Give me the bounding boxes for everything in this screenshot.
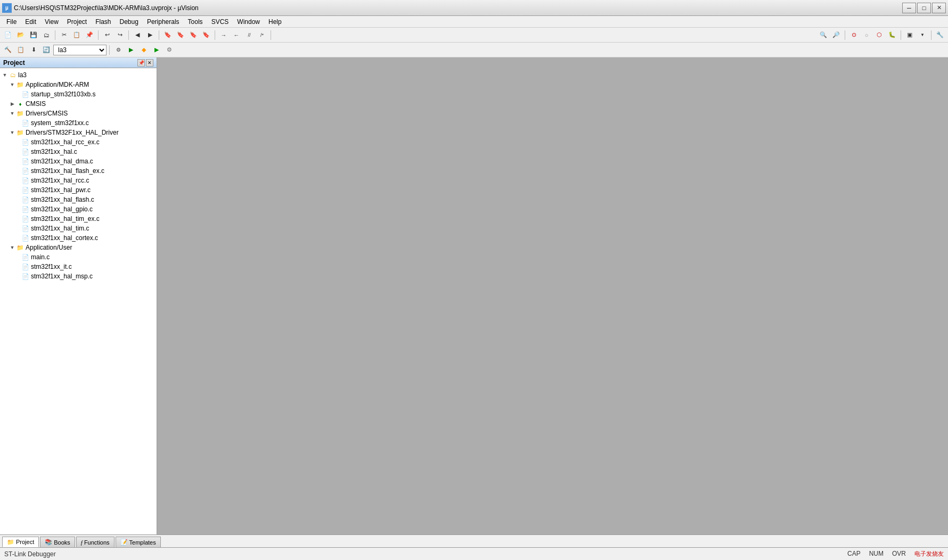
- tree-item-hal-tim-ex[interactable]: 📄 stm32f1xx_hal_tim_ex.c: [0, 214, 157, 224]
- menu-window[interactable]: Window: [233, 17, 264, 27]
- folder-icon-drvcmsis: 📁: [16, 109, 24, 118]
- tab-functions[interactable]: f Functions: [76, 537, 115, 547]
- tab-project[interactable]: 📁 Project: [2, 537, 39, 547]
- tree-item-hal[interactable]: 📄 stm32f1xx_hal.c: [0, 147, 157, 157]
- tree-item-hal-flash-ex[interactable]: 📄 stm32f1xx_hal_flash_ex.c: [0, 166, 157, 176]
- tree-toggle-app-mdk[interactable]: ▼: [9, 81, 16, 88]
- copy-button[interactable]: 📋: [71, 29, 83, 41]
- tree-item-hal-tim[interactable]: 📄 stm32f1xx_hal_tim.c: [0, 224, 157, 233]
- menu-svcs[interactable]: SVCS: [207, 17, 233, 27]
- toolbar2: 🔨 📋 ⬇ 🔄 la3 ⚙ ▶ ◆ ▶ ⚙: [0, 43, 948, 57]
- status-ovr: OVR: [892, 550, 906, 558]
- unindent-button[interactable]: ←: [231, 29, 242, 41]
- tree-item-drv-cmsis[interactable]: ▼ 📁 Drivers/CMSIS: [0, 109, 157, 118]
- window-controls: ─ □ ✕: [902, 3, 946, 13]
- menu-project[interactable]: Project: [63, 17, 91, 27]
- tab-project-icon: 📁: [7, 539, 14, 546]
- cut-button[interactable]: ✂: [58, 29, 70, 41]
- restore-button[interactable]: □: [917, 3, 931, 13]
- bookmark3-button[interactable]: 🔖: [187, 29, 199, 41]
- indent-button[interactable]: →: [218, 29, 230, 41]
- tree-toggle-root[interactable]: ▼: [1, 71, 9, 79]
- tab-templates[interactable]: 📝 Templates: [116, 537, 161, 547]
- bookmark1-button[interactable]: 🔖: [162, 29, 174, 41]
- tree-item-system[interactable]: 📄 system_stm32f1xx.c: [0, 118, 157, 128]
- tree-item-hal-gpio[interactable]: 📄 stm32f1xx_hal_gpio.c: [0, 204, 157, 214]
- file-icon-it: 📄: [21, 262, 30, 271]
- uncomment-button[interactable]: /*: [256, 29, 268, 41]
- tree-item-cmsis[interactable]: ▶ ♦ CMSIS: [0, 99, 157, 109]
- tree-label-hal-rcc-ex: stm32f1xx_hal_rcc_ex.c: [31, 138, 100, 146]
- tree-toggle-drv-hal[interactable]: ▼: [9, 129, 16, 136]
- tree-item-root[interactable]: ▼ 🗂 la3: [0, 70, 157, 80]
- toolbar-sep-3: [128, 30, 129, 40]
- stop-button[interactable]: ⬡: [873, 29, 885, 41]
- nav-back-button[interactable]: ◀: [132, 29, 143, 41]
- tree-item-it[interactable]: 📄 stm32f1xx_it.c: [0, 262, 157, 271]
- paste-button[interactable]: 📌: [84, 29, 95, 41]
- tree-item-hal-pwr[interactable]: 📄 stm32f1xx_hal_pwr.c: [0, 185, 157, 195]
- tree-item-hal-rcc-ex[interactable]: 📄 stm32f1xx_hal_rcc_ex.c: [0, 137, 157, 147]
- close-button[interactable]: ✕: [932, 3, 946, 13]
- new-button[interactable]: 📄: [2, 29, 14, 41]
- tree-item-main[interactable]: 📄 main.c: [0, 252, 157, 262]
- bookmark4-button[interactable]: 🔖: [200, 29, 212, 41]
- menu-help[interactable]: Help: [264, 17, 286, 27]
- tree-item-app-mdk[interactable]: ▼ 📁 Application/MDK-ARM: [0, 80, 157, 89]
- tree-item-hal-cortex[interactable]: 📄 stm32f1xx_hal_cortex.c: [0, 233, 157, 243]
- tree-item-app-user[interactable]: ▼ 📁 Application/User: [0, 243, 157, 252]
- view-button[interactable]: ▣: [904, 29, 916, 41]
- redo-button[interactable]: ↪: [114, 29, 126, 41]
- menu-tools[interactable]: Tools: [184, 17, 207, 27]
- tree-label-hal: stm32f1xx_hal.c: [31, 148, 77, 155]
- bookmark2-button[interactable]: 🔖: [175, 29, 186, 41]
- debug-stop2[interactable]: ◆: [138, 44, 150, 56]
- save-button[interactable]: 💾: [28, 29, 39, 41]
- panel-pin-button[interactable]: 📌: [137, 59, 145, 67]
- folder-icon-mdk: 📁: [16, 80, 24, 89]
- tree-label-hal-tim: stm32f1xx_hal_tim.c: [31, 225, 89, 232]
- find-button[interactable]: 🔎: [830, 29, 842, 41]
- tree-item-drv-hal[interactable]: ▼ 📁 Drivers/STM32F1xx_HAL_Driver: [0, 128, 157, 137]
- panel-close-button[interactable]: ✕: [146, 59, 153, 67]
- nav-forward-button[interactable]: ▶: [144, 29, 156, 41]
- tree-item-startup[interactable]: 📄 startup_stm32f103xb.s: [0, 89, 157, 99]
- folder-icon-drvhal: 📁: [16, 128, 24, 137]
- target-select[interactable]: la3: [53, 45, 107, 55]
- tree-item-msp[interactable]: 📄 stm32f1xx_hal_msp.c: [0, 271, 157, 281]
- tree-toggle-cmsis[interactable]: ▶: [9, 100, 16, 108]
- tb2-btn2[interactable]: 📋: [15, 44, 27, 56]
- tree-toggle-drv-cmsis[interactable]: ▼: [9, 110, 16, 117]
- menu-view[interactable]: View: [40, 17, 63, 27]
- options-build[interactable]: ⚙: [112, 44, 124, 56]
- menu-debug[interactable]: Debug: [116, 17, 143, 27]
- menu-edit[interactable]: Edit: [21, 17, 40, 27]
- tb2-btn4[interactable]: 🔄: [40, 44, 52, 56]
- save-all-button[interactable]: 🗂: [40, 29, 52, 41]
- debug-opt3[interactable]: ▶: [151, 44, 162, 56]
- search-button[interactable]: 🔍: [818, 29, 829, 41]
- undo-button[interactable]: ↩: [101, 29, 113, 41]
- tree-label-hal-rcc: stm32f1xx_hal_rcc.c: [31, 177, 89, 184]
- view-dropdown[interactable]: ▼: [917, 29, 928, 41]
- tree-item-hal-flash[interactable]: 📄 stm32f1xx_hal_flash.c: [0, 195, 157, 204]
- tb2-btn1[interactable]: 🔨: [2, 44, 14, 56]
- debug-tool[interactable]: ⚙: [164, 44, 175, 56]
- tree-toggle-app-user[interactable]: ▼: [9, 244, 16, 251]
- title-bar: µ C:\Users\HSQ\STM32Project\la3\MDK-ARM\…: [0, 0, 948, 16]
- run-button[interactable]: ○: [861, 29, 872, 41]
- open-button[interactable]: 📂: [15, 29, 27, 41]
- settings-button[interactable]: 🔧: [934, 29, 946, 41]
- debug-run[interactable]: ▶: [125, 44, 137, 56]
- menu-peripherals[interactable]: Peripherals: [143, 17, 184, 27]
- tb2-btn3[interactable]: ⬇: [28, 44, 39, 56]
- target-icon[interactable]: ⊙: [848, 29, 860, 41]
- debug-button[interactable]: 🐛: [886, 29, 898, 41]
- menu-file[interactable]: File: [2, 17, 21, 27]
- comment-button[interactable]: //: [243, 29, 255, 41]
- menu-flash[interactable]: Flash: [91, 17, 115, 27]
- tree-item-hal-dma[interactable]: 📄 stm32f1xx_hal_dma.c: [0, 157, 157, 166]
- tree-item-hal-rcc[interactable]: 📄 stm32f1xx_hal_rcc.c: [0, 176, 157, 185]
- minimize-button[interactable]: ─: [902, 3, 916, 13]
- tab-books[interactable]: 📚 Books: [40, 537, 75, 547]
